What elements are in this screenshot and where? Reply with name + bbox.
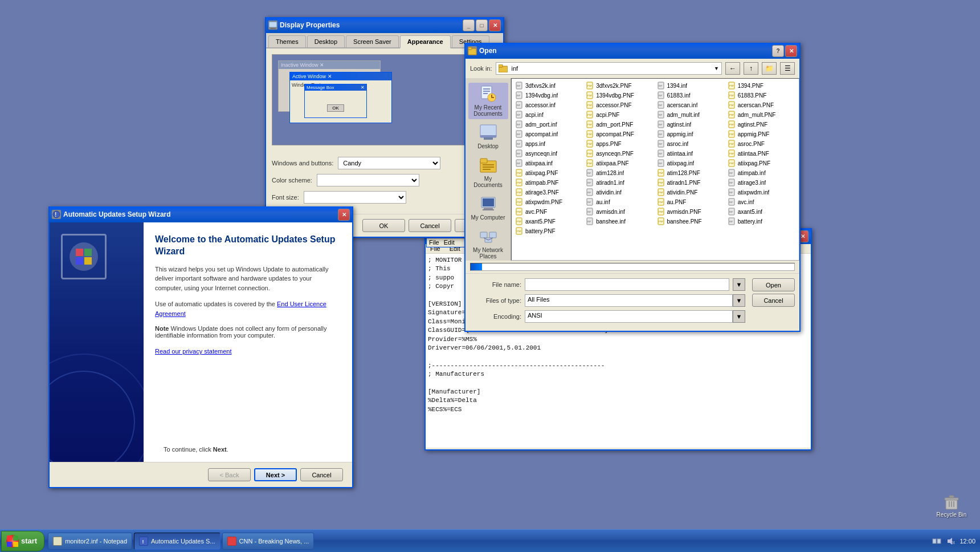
file-item[interactable]: INF atiixpag.inf <box>656 159 726 168</box>
wizard-privacy-link[interactable]: Read our privacy statement <box>155 348 232 355</box>
file-item[interactable]: INF apps.inf <box>514 139 584 148</box>
file-item[interactable]: INF acpi.inf <box>514 110 584 119</box>
sidebar-computer[interactable]: My Computer <box>468 193 508 223</box>
taskbar-wizard[interactable]: ! Automatic Updates S... <box>134 533 220 550</box>
start-button[interactable]: start <box>1 531 44 551</box>
file-item[interactable]: PNF banshee.PNF <box>656 217 726 226</box>
sidebar-network[interactable]: My Network Places <box>468 225 508 262</box>
file-item[interactable]: INF banshee.inf <box>585 217 655 226</box>
preview-ok-button[interactable]: OK <box>327 104 344 112</box>
display-props-cancel[interactable]: Cancel <box>409 219 451 232</box>
file-name-input[interactable] <box>525 278 729 291</box>
file-item[interactable]: PNF appmig.PNF <box>726 129 797 139</box>
sidebar-desktop[interactable]: Desktop <box>468 121 508 152</box>
file-item[interactable]: PNF agtinst.PNF <box>726 120 797 129</box>
file-item[interactable]: PNF accessor.PNF <box>585 100 655 109</box>
file-item[interactable]: PNF asynceqn.PNF <box>585 149 655 158</box>
view-button[interactable]: ☰ <box>780 62 795 75</box>
open-dialog-close[interactable]: ✕ <box>785 45 797 57</box>
encoding-dropdown[interactable]: ▼ <box>733 310 745 323</box>
file-item[interactable]: INF adm_port.inf <box>514 120 584 129</box>
file-item[interactable]: INF atimpab.inf <box>726 168 797 177</box>
open-dialog-title-bar[interactable]: Open ? ✕ <box>466 43 799 59</box>
file-item[interactable]: PNF au.PNF <box>656 197 726 206</box>
file-item[interactable]: PNF acerscan.PNF <box>726 100 797 109</box>
files-of-type-dropdown[interactable]: ▼ <box>733 294 745 307</box>
file-item[interactable]: INF accessor.inf <box>514 100 584 109</box>
file-item[interactable]: PNF atiixpag.PNF <box>726 159 797 168</box>
font-size-select[interactable] <box>304 191 406 204</box>
file-item[interactable]: INF axant5.inf <box>726 207 797 216</box>
tab-appearance[interactable]: Appearance <box>400 35 451 48</box>
file-item[interactable]: INF atiintaa.inf <box>656 149 726 158</box>
open-dialog-help[interactable]: ? <box>772 45 784 57</box>
tab-screensaver[interactable]: Screen Saver <box>346 35 399 47</box>
sidebar-documents[interactable]: My Documents <box>468 154 508 190</box>
display-props-ok[interactable]: OK <box>362 219 405 232</box>
file-item[interactable]: PNF battery.PNF <box>514 226 584 236</box>
recycle-bin-icon[interactable]: Recycle Bin <box>934 493 969 518</box>
file-item[interactable]: INF avc.inf <box>726 197 797 206</box>
file-item[interactable]: PNF 1394vdbg.PNF <box>585 91 655 100</box>
file-item[interactable]: INF acerscan.inf <box>656 100 726 109</box>
file-item[interactable]: PNF avc.PNF <box>514 207 584 216</box>
up-button[interactable]: ↑ <box>744 62 758 75</box>
file-item[interactable]: PNF atimpab.PNF <box>514 178 584 187</box>
file-item[interactable]: PNF atiixpag.PNF <box>514 168 584 177</box>
file-item[interactable]: PNF atiixpaa.PNF <box>585 159 655 168</box>
wizard-back-button[interactable]: < Back <box>208 468 251 481</box>
file-item[interactable]: INF atim128.inf <box>585 168 655 177</box>
tab-desktop[interactable]: Desktop <box>307 35 345 47</box>
file-item[interactable]: PNF 1394.PNF <box>726 81 797 90</box>
file-item[interactable]: PNF apcompat.PNF <box>585 129 655 139</box>
file-item[interactable]: INF avmisdn.inf <box>585 207 655 216</box>
file-item[interactable]: INF atixpwdm.inf <box>726 188 797 197</box>
file-item[interactable]: PNF acpi.PNF <box>585 110 655 119</box>
file-item[interactable]: PNF atiintaa.PNF <box>726 149 797 158</box>
display-props-close[interactable]: ✕ <box>489 19 501 31</box>
taskbar-cnn[interactable]: CNN - Breaking News, ... <box>222 533 315 550</box>
file-item[interactable]: INF 1394.inf <box>656 81 726 90</box>
file-item[interactable]: PNF apps.PNF <box>585 139 655 148</box>
file-item[interactable]: INF appmig.inf <box>656 129 726 139</box>
file-item[interactable]: INF battery.inf <box>726 217 797 226</box>
monitor-mini-file[interactable]: File <box>427 238 442 246</box>
wizard-title-bar[interactable]: ! Automatic Updates Setup Wizard ✕ <box>50 206 352 222</box>
new-folder-button[interactable]: 📁 <box>762 62 777 75</box>
file-item[interactable]: INF 61883.inf <box>656 91 726 100</box>
back-button[interactable]: ← <box>725 62 740 75</box>
file-item[interactable]: PNF atirage3.PNF <box>514 188 584 197</box>
file-item[interactable]: INF 1394vdbg.inf <box>514 91 584 100</box>
file-item[interactable]: INF atiixpaa.inf <box>514 159 584 168</box>
file-item[interactable]: INF agtinst.inf <box>656 120 726 129</box>
tab-themes[interactable]: Themes <box>268 35 306 47</box>
open-dialog-cancel[interactable]: Cancel <box>752 294 795 307</box>
file-item[interactable]: INF 3dfxvs2k.inf <box>514 81 584 90</box>
display-props-maximize[interactable]: □ <box>476 19 488 31</box>
file-item[interactable]: PNF 3dfxvs2k.PNF <box>585 81 655 90</box>
file-item[interactable]: PNF atiradn1.PNF <box>656 178 726 187</box>
display-props-minimize[interactable]: _ <box>463 19 475 31</box>
file-item[interactable]: PNF atividin.PNF <box>656 188 726 197</box>
wizard-close[interactable]: ✕ <box>338 209 350 221</box>
open-button[interactable]: Open <box>752 278 795 291</box>
file-item[interactable]: INF apcompat.inf <box>514 129 584 139</box>
file-item[interactable]: INF adm_mult.inf <box>656 110 726 119</box>
file-name-dropdown[interactable]: ▼ <box>733 278 745 291</box>
file-item[interactable]: INF atirage3.inf <box>726 178 797 187</box>
file-item[interactable]: INF asynceqn.inf <box>514 149 584 158</box>
file-item[interactable]: PNF adm_mult.PNF <box>726 110 797 119</box>
taskbar-notepad[interactable]: monitor2.inf - Notepad <box>48 533 132 550</box>
wizard-cancel-button[interactable]: Cancel <box>300 468 343 481</box>
file-item[interactable]: PNF adm_port.PNF <box>585 120 655 129</box>
file-item[interactable]: INF atiradn1.inf <box>585 178 655 187</box>
windows-buttons-select[interactable]: Candy <box>338 157 440 169</box>
file-item[interactable]: INF atividin.inf <box>585 188 655 197</box>
color-scheme-select[interactable] <box>317 174 419 186</box>
wizard-next-button[interactable]: Next > <box>254 468 297 481</box>
file-item[interactable]: PNF asroc.PNF <box>726 139 797 148</box>
file-item[interactable]: PNF avmisdn.PNF <box>656 207 726 216</box>
file-item[interactable]: PNF atixpwdm.PNF <box>514 197 584 206</box>
file-item[interactable]: INF asroc.inf <box>656 139 726 148</box>
sidebar-recent[interactable]: My Recent Documents <box>468 83 508 119</box>
